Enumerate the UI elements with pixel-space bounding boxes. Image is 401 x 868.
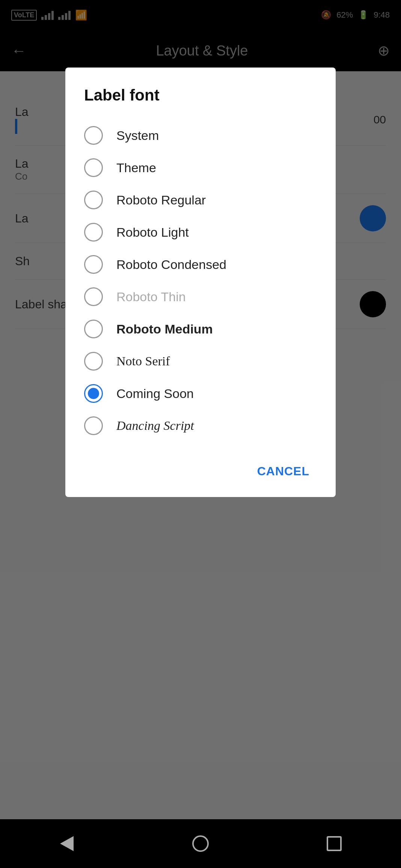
radio-option-roboto-light[interactable]: Roboto Light bbox=[84, 216, 317, 248]
radio-roboto-thin[interactable] bbox=[84, 287, 103, 306]
radio-option-roboto-condensed[interactable]: Roboto Condensed bbox=[84, 248, 317, 281]
radio-roboto-medium[interactable] bbox=[84, 320, 103, 338]
radio-label-system: System bbox=[116, 128, 159, 143]
radio-option-system[interactable]: System bbox=[84, 119, 317, 152]
radio-option-coming-soon[interactable]: Coming Soon bbox=[84, 377, 317, 410]
nav-home-button[interactable] bbox=[185, 829, 216, 859]
nav-back-button[interactable] bbox=[52, 829, 82, 859]
radio-system[interactable] bbox=[84, 126, 103, 145]
cancel-button[interactable]: CANCEL bbox=[250, 461, 317, 482]
radio-dancing-script[interactable] bbox=[84, 416, 103, 435]
radio-option-roboto-medium[interactable]: Roboto Medium bbox=[84, 313, 317, 345]
radio-inner-coming-soon bbox=[88, 388, 99, 399]
radio-label-roboto-thin: Roboto Thin bbox=[116, 290, 186, 304]
radio-roboto-regular[interactable] bbox=[84, 191, 103, 209]
radio-option-roboto-thin[interactable]: Roboto Thin bbox=[84, 281, 317, 313]
recent-icon bbox=[327, 836, 342, 851]
radio-theme[interactable] bbox=[84, 158, 103, 177]
dialog-overlay: Label font System Theme Roboto Regular R… bbox=[0, 0, 401, 868]
back-icon bbox=[60, 836, 74, 851]
radio-coming-soon[interactable] bbox=[84, 384, 103, 403]
radio-label-theme: Theme bbox=[116, 161, 156, 175]
bottom-nav bbox=[0, 819, 401, 868]
nav-recent-button[interactable] bbox=[319, 829, 349, 859]
dialog-title: Label font bbox=[84, 86, 317, 104]
radio-option-roboto-regular[interactable]: Roboto Regular bbox=[84, 184, 317, 216]
radio-option-dancing-script[interactable]: Dancing Script bbox=[84, 410, 317, 442]
radio-roboto-condensed[interactable] bbox=[84, 255, 103, 274]
radio-roboto-light[interactable] bbox=[84, 223, 103, 242]
radio-option-theme[interactable]: Theme bbox=[84, 152, 317, 184]
radio-label-dancing-script: Dancing Script bbox=[116, 419, 194, 433]
dialog-actions: CANCEL bbox=[84, 453, 317, 482]
radio-label-roboto-condensed: Roboto Condensed bbox=[116, 257, 226, 272]
radio-label-noto-serif: Noto Serif bbox=[116, 354, 170, 368]
radio-label-roboto-regular: Roboto Regular bbox=[116, 193, 206, 207]
radio-noto-serif[interactable] bbox=[84, 352, 103, 371]
home-icon bbox=[192, 835, 209, 852]
radio-label-roboto-medium: Roboto Medium bbox=[116, 322, 213, 336]
label-font-dialog: Label font System Theme Roboto Regular R… bbox=[65, 68, 336, 497]
radio-label-coming-soon: Coming Soon bbox=[116, 386, 194, 401]
radio-option-noto-serif[interactable]: Noto Serif bbox=[84, 345, 317, 377]
radio-label-roboto-light: Roboto Light bbox=[116, 225, 189, 240]
